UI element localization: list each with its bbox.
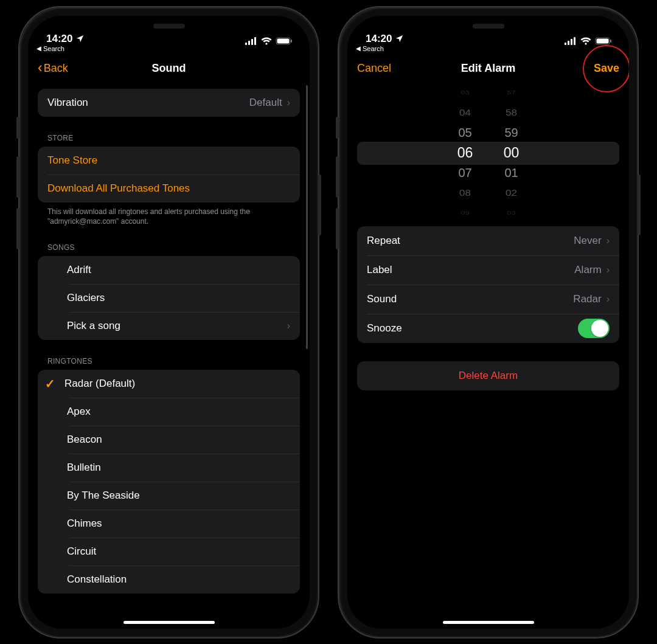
- snooze-row: Snooze: [357, 314, 619, 343]
- label-row[interactable]: Label Alarm ›: [357, 255, 619, 285]
- svg-rect-1: [248, 41, 250, 45]
- svg-rect-2: [251, 39, 253, 45]
- side-button: [336, 156, 339, 198]
- wifi-icon: [261, 37, 272, 45]
- snooze-switch[interactable]: [578, 319, 610, 338]
- svg-rect-8: [568, 41, 569, 45]
- chevron-right-icon: ›: [607, 265, 610, 275]
- location-icon: [395, 34, 404, 43]
- cancel-button[interactable]: Cancel: [357, 62, 391, 75]
- pick-song-row[interactable]: Pick a song ›: [38, 312, 300, 340]
- ringtone-row[interactable]: By The Seaside: [38, 482, 300, 510]
- row-label: Radar (Default): [64, 378, 290, 390]
- nav-bar: Cancel Edit Alarm Save: [347, 55, 629, 83]
- chevron-right-icon: ›: [287, 97, 290, 108]
- chevron-left-icon: ◀: [36, 45, 41, 52]
- song-row[interactable]: Glaciers: [38, 284, 300, 312]
- svg-rect-7: [565, 43, 566, 45]
- chevron-right-icon: ›: [607, 235, 610, 246]
- chevron-left-icon: ‹: [38, 61, 43, 75]
- battery-icon: [595, 37, 612, 45]
- wifi-icon: [580, 37, 591, 45]
- delete-alarm-button[interactable]: Delete Alarm: [357, 361, 619, 390]
- location-icon: [75, 34, 85, 43]
- section-header-songs: SONGS: [38, 232, 300, 256]
- cancel-label: Cancel: [357, 62, 391, 75]
- nav-bar: ‹ Back Sound: [28, 55, 310, 83]
- row-label: Vibration: [47, 97, 249, 109]
- checkmark-icon: ✓: [45, 376, 64, 391]
- row-label: Apex: [67, 406, 290, 418]
- side-button: [638, 175, 641, 235]
- row-label: Tone Store: [47, 154, 290, 167]
- time-picker[interactable]: 03 04 05 06 07 08 09 57 58 59 00 01: [357, 92, 619, 214]
- ringtone-row[interactable]: Beacon: [38, 426, 300, 454]
- save-label: Save: [594, 62, 619, 75]
- back-label: Back: [44, 62, 68, 75]
- status-time: 14:20: [46, 33, 72, 45]
- row-label: Circuit: [67, 545, 290, 558]
- row-label: Sound: [367, 293, 573, 305]
- back-button[interactable]: ‹ Back: [38, 62, 68, 75]
- row-label: By The Seaside: [67, 490, 290, 502]
- svg-rect-5: [277, 38, 290, 43]
- status-bar: 14:20: [347, 16, 629, 46]
- side-button: [16, 117, 19, 139]
- svg-rect-6: [291, 40, 292, 43]
- ringtone-row[interactable]: ✓ Radar (Default): [38, 370, 300, 398]
- phone-left: 14:20 ◀ Search ‹ Back Sound: [18, 6, 319, 639]
- battery-icon: [276, 37, 293, 45]
- picker-minutes[interactable]: 57 58 59 00 01 02 03: [499, 83, 524, 223]
- picker-hours[interactable]: 03 04 05 06 07 08 09: [453, 83, 478, 223]
- ringtone-row[interactable]: Constellation: [38, 566, 300, 594]
- repeat-row[interactable]: Repeat Never ›: [357, 226, 619, 255]
- side-button: [318, 175, 321, 235]
- row-label: Snooze: [367, 322, 578, 334]
- vibration-row[interactable]: Vibration Default ›: [38, 89, 300, 117]
- ringtone-row[interactable]: Circuit: [38, 538, 300, 566]
- tone-store-row[interactable]: Tone Store: [38, 147, 300, 175]
- row-value: Alarm: [574, 264, 601, 276]
- row-label: Chimes: [67, 518, 290, 530]
- side-button: [336, 117, 339, 139]
- ringtone-row[interactable]: Bulletin: [38, 454, 300, 482]
- row-value: Default: [249, 97, 282, 109]
- home-indicator[interactable]: [123, 621, 215, 624]
- svg-rect-3: [254, 37, 256, 45]
- status-bar: 14:20: [28, 16, 310, 46]
- ringtone-row[interactable]: Apex: [38, 398, 300, 426]
- row-label: Download All Purchased Tones: [47, 182, 290, 195]
- side-button: [16, 156, 19, 198]
- home-indicator[interactable]: [443, 621, 534, 624]
- svg-rect-0: [245, 43, 247, 45]
- row-value: Radar: [573, 293, 601, 305]
- chevron-left-icon: ◀: [356, 45, 361, 52]
- row-value: Never: [574, 235, 601, 247]
- chevron-right-icon: ›: [607, 294, 610, 305]
- row-label: Label: [367, 264, 574, 276]
- row-label: Adrift: [67, 264, 290, 276]
- section-header-store: STORE: [38, 123, 300, 147]
- ringtone-row[interactable]: Chimes: [38, 510, 300, 538]
- side-button: [16, 208, 19, 249]
- section-header-ringtones: RINGTONES: [38, 346, 300, 370]
- scrollbar[interactable]: [306, 85, 308, 349]
- row-label: Glaciers: [67, 292, 290, 304]
- page-title: Sound: [152, 62, 186, 75]
- row-label: Repeat: [367, 235, 574, 247]
- chevron-right-icon: ›: [287, 320, 290, 331]
- sound-row[interactable]: Sound Radar ›: [357, 285, 619, 314]
- svg-rect-13: [610, 40, 611, 43]
- cellular-icon: [245, 37, 257, 45]
- cellular-icon: [565, 37, 577, 45]
- song-row[interactable]: Adrift: [38, 256, 300, 284]
- row-label: Pick a song: [67, 320, 282, 332]
- svg-rect-12: [597, 38, 609, 43]
- svg-rect-9: [571, 39, 572, 45]
- download-all-row[interactable]: Download All Purchased Tones: [38, 175, 300, 203]
- phone-right: 14:20 ◀ Search Cancel Edit Alarm: [338, 6, 639, 639]
- row-label: Constellation: [67, 573, 290, 586]
- row-label: Beacon: [67, 434, 290, 446]
- page-title: Edit Alarm: [461, 62, 515, 75]
- save-button[interactable]: Save: [594, 62, 619, 75]
